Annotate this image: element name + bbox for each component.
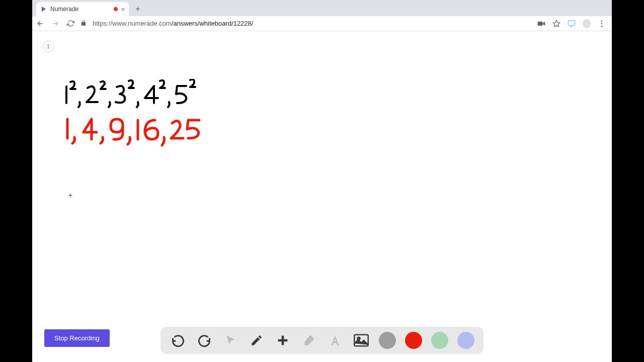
tab-strip: Numerade × + <box>32 0 612 16</box>
svg-point-9 <box>601 25 603 27</box>
url-path: /answers/whiteboard/12228/ <box>172 20 254 27</box>
browser-viewport: Numerade × + https://www.numerade.com/an… <box>32 0 612 362</box>
color-red[interactable] <box>405 332 422 349</box>
reload-button[interactable] <box>66 20 74 28</box>
color-gray[interactable] <box>379 332 396 349</box>
undo-button[interactable] <box>170 332 187 349</box>
color-green[interactable] <box>431 332 448 349</box>
text-tool[interactable] <box>327 332 344 349</box>
svg-marker-3 <box>553 20 559 27</box>
tab-title: Numerade <box>50 6 111 13</box>
forward-button[interactable] <box>51 20 59 28</box>
favicon-icon <box>40 6 47 13</box>
url-host: www.numerade.com <box>112 20 172 27</box>
svg-marker-0 <box>42 7 46 12</box>
new-tab-button[interactable]: + <box>132 3 144 15</box>
image-tool[interactable] <box>353 332 370 349</box>
redo-button[interactable] <box>196 332 213 349</box>
address-bar: https://www.numerade.com/answers/whitebo… <box>32 16 612 31</box>
url-scheme: https:// <box>93 20 112 27</box>
color-blue[interactable] <box>457 332 474 349</box>
page-content: 1 <box>32 31 612 362</box>
nav-controls <box>36 20 74 28</box>
svg-point-7 <box>601 20 603 22</box>
svg-point-8 <box>601 23 603 24</box>
extension-monitor-icon[interactable] <box>568 20 576 28</box>
browser-tab[interactable]: Numerade × <box>36 2 129 16</box>
eraser-tool[interactable] <box>300 332 317 349</box>
toolbar-right <box>537 20 606 28</box>
url-display[interactable]: https://www.numerade.com/answers/whitebo… <box>93 20 531 27</box>
svg-rect-4 <box>568 21 575 25</box>
page-number-badge[interactable]: 1 <box>42 40 54 52</box>
close-tab-button[interactable]: × <box>121 6 125 13</box>
camera-icon[interactable] <box>537 20 545 28</box>
profile-avatar[interactable] <box>583 20 591 28</box>
stop-recording-button[interactable]: Stop Recording <box>44 329 110 347</box>
cursor-crosshair-icon: + <box>68 191 72 199</box>
svg-rect-1 <box>538 22 543 26</box>
whiteboard-toolbar <box>160 327 484 354</box>
lock-icon <box>80 20 87 27</box>
svg-marker-2 <box>543 22 545 26</box>
kebab-menu-icon[interactable] <box>598 20 606 28</box>
bookmark-star-icon[interactable] <box>552 20 560 28</box>
whiteboard-canvas[interactable] <box>57 79 238 169</box>
recording-indicator-icon <box>114 7 118 11</box>
add-tool[interactable] <box>274 332 291 349</box>
back-button[interactable] <box>36 20 44 28</box>
pointer-tool[interactable] <box>222 332 239 349</box>
pen-tool[interactable] <box>248 332 265 349</box>
